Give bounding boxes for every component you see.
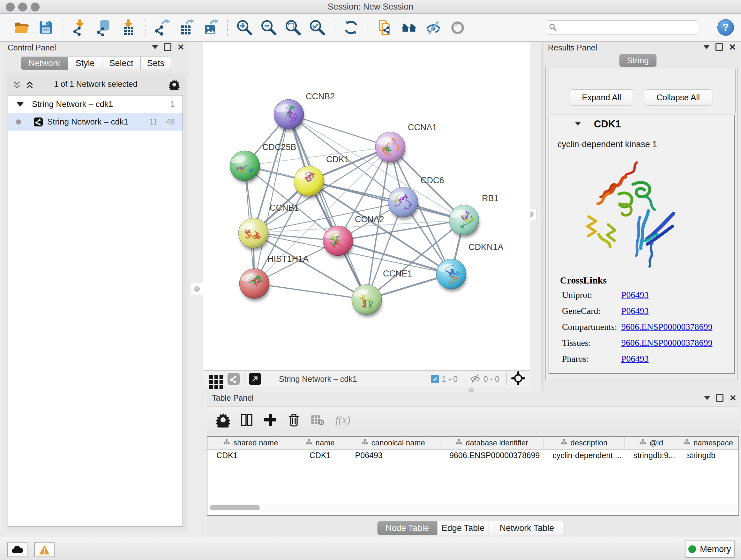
collapse-all-button[interactable]: Collapse All	[644, 89, 712, 105]
column-header-shared-name[interactable]: shared name	[207, 437, 294, 449]
scrollbar-thumb[interactable]	[210, 505, 260, 510]
open-folder-icon[interactable]	[13, 19, 30, 36]
crosslink-label: Tissues:	[562, 338, 621, 348]
left-splitter-handle[interactable]	[191, 283, 203, 295]
crosslink-link[interactable]: P06493	[621, 354, 649, 364]
tab-edge-table[interactable]: Edge Table	[437, 521, 489, 535]
network-edge[interactable]	[254, 284, 367, 300]
panel-close-icon[interactable]: ✕	[177, 44, 185, 51]
warning-button[interactable]	[34, 543, 55, 557]
right-splitter-strip	[530, 43, 542, 370]
crosslink-link[interactable]: 9606.ENSP00000378699	[621, 322, 712, 332]
table-row[interactable]: CDK1CDK1P064939606.ENSP00000378699cyclin…	[207, 449, 738, 461]
show-columns-icon[interactable]	[239, 412, 254, 428]
tree-expand-icon[interactable]	[17, 102, 23, 107]
refresh-layout-icon[interactable]	[343, 19, 359, 36]
network-canvas[interactable]: CCNB2CCNA1CDC25BCDK1CDC6RB1CCNB1CCNA2CDK…	[203, 43, 530, 370]
panel-menu-icon[interactable]	[703, 45, 710, 49]
zoom-in-icon[interactable]	[236, 19, 253, 36]
panel-menu-icon[interactable]	[152, 45, 158, 49]
string-import-icon[interactable]	[377, 19, 393, 36]
zoom-selected-icon[interactable]	[309, 19, 326, 36]
column-header-@id[interactable]: @id	[624, 437, 678, 449]
table-cell[interactable]: stringdb	[678, 449, 738, 461]
grid-view-icon[interactable]	[208, 373, 220, 385]
delete-column-icon[interactable]	[286, 412, 301, 428]
crosslink-link[interactable]: P06493	[621, 290, 649, 300]
network-tree-root-row[interactable]: String Network – cdk1 1	[8, 96, 183, 113]
table-cell[interactable]: CDK1	[294, 449, 346, 461]
panel-close-icon[interactable]: ✕	[729, 395, 737, 401]
table-cell[interactable]: cyclin-dependent ...	[543, 449, 624, 461]
tab-select[interactable]: Select	[102, 57, 140, 70]
table-cell[interactable]: P06493	[346, 449, 441, 461]
delete-table-icon	[310, 412, 325, 428]
tab-string[interactable]: String	[619, 54, 657, 67]
import-network-database-icon[interactable]	[96, 19, 112, 36]
export-table-icon[interactable]	[178, 19, 195, 36]
column-header-namespace[interactable]: namespace	[678, 437, 738, 449]
cloud-button[interactable]	[7, 543, 27, 557]
tab-network-table[interactable]: Network Table	[489, 521, 565, 535]
table-cell[interactable]: CDK1	[207, 449, 294, 461]
save-session-icon[interactable]	[38, 19, 54, 36]
tab-style[interactable]: Style	[68, 57, 102, 70]
zoom-out-icon[interactable]	[260, 19, 277, 36]
column-header-database-identifier[interactable]: database identifier	[441, 437, 543, 449]
column-header-name[interactable]: name	[294, 437, 346, 449]
cdk1-entry-header[interactable]: CDK1	[549, 115, 734, 134]
node-label-RB1: RB1	[482, 193, 499, 203]
network-edge[interactable]	[309, 181, 464, 220]
network-edge[interactable]	[289, 114, 390, 147]
tab-network[interactable]: Network	[21, 57, 68, 70]
hidden-eye-icon[interactable]	[469, 373, 481, 385]
table-panel-title: Table Panel	[212, 393, 254, 402]
network-node-HIST1H1A[interactable]	[239, 268, 269, 299]
table-cell[interactable]: stringdb:9...	[624, 449, 678, 461]
network-share-icon[interactable]	[227, 373, 240, 385]
tab-node-table[interactable]: Node Table	[377, 521, 437, 535]
status-bar: Memory	[0, 537, 741, 560]
browser-home-icon[interactable]	[401, 19, 417, 36]
table-options-gear-icon[interactable]	[215, 412, 231, 428]
help-button[interactable]: ?	[718, 19, 734, 36]
export-image-icon[interactable]	[202, 19, 219, 36]
network-node-CCNE1[interactable]	[352, 285, 382, 314]
network-node-CCNA2[interactable]	[323, 226, 353, 256]
panel-close-icon[interactable]: ✕	[729, 44, 736, 51]
collapse-entry-icon[interactable]	[575, 122, 581, 126]
export-network-icon[interactable]	[154, 19, 171, 36]
crosslink-link[interactable]: 9606.ENSP00000378699	[621, 338, 712, 348]
table-cell[interactable]: 9606.ENSP00000378699	[441, 449, 543, 461]
network-tree-child-row[interactable]: String Network – cdk1 11 48	[8, 113, 183, 131]
network-node-CDC25B[interactable]	[230, 151, 260, 181]
panel-float-icon[interactable]	[164, 43, 172, 51]
memory-button[interactable]: Memory	[685, 541, 735, 558]
network-edge[interactable]	[289, 114, 464, 220]
import-network-file-icon[interactable]	[71, 19, 88, 36]
hide-panel-eye-icon[interactable]	[425, 19, 442, 36]
network-options-gear-icon[interactable]	[169, 79, 180, 90]
network-edge[interactable]	[289, 114, 367, 300]
open-external-icon[interactable]	[249, 373, 261, 385]
panel-menu-icon[interactable]	[704, 396, 711, 400]
import-table-icon[interactable]	[120, 19, 137, 36]
column-header-canonical-name[interactable]: canonical name	[346, 437, 441, 449]
column-header-description[interactable]: description	[543, 437, 624, 449]
network-edge[interactable]	[309, 181, 451, 274]
network-node-CCNB1[interactable]	[239, 218, 268, 248]
network-node-CCNA1[interactable]	[375, 132, 405, 162]
network-node-CDK1[interactable]	[294, 166, 324, 196]
expand-all-button[interactable]: Expand All	[570, 89, 633, 105]
panel-float-icon[interactable]	[716, 394, 724, 402]
network-node-CDC6[interactable]	[388, 187, 418, 217]
zoom-fit-icon[interactable]	[285, 19, 301, 36]
crosslink-link[interactable]: P06493	[621, 306, 649, 316]
selected-checkbox-icon[interactable]	[431, 375, 439, 383]
panel-float-icon[interactable]	[716, 43, 723, 51]
search-input[interactable]	[545, 20, 698, 35]
table-h-scrollbar[interactable]	[209, 504, 737, 511]
tab-sets[interactable]: Sets	[140, 57, 171, 70]
birdseye-crosshair-icon[interactable]	[511, 371, 525, 387]
add-column-icon[interactable]	[263, 412, 278, 428]
